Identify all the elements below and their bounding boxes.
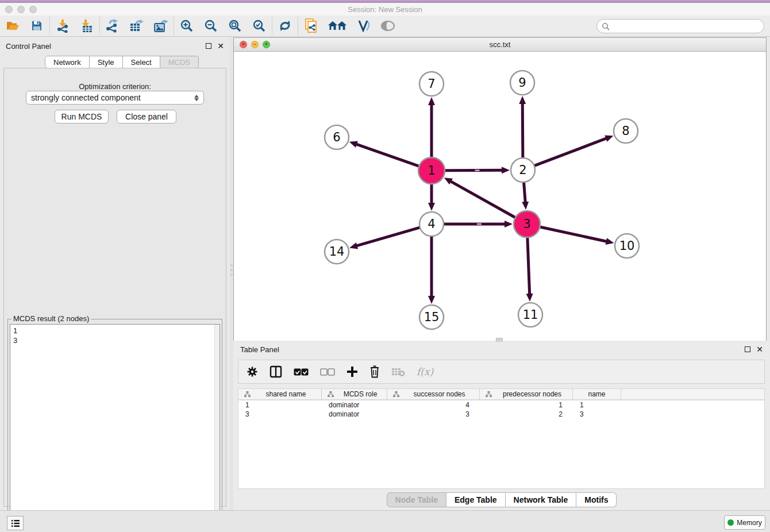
edge-arrowhead (428, 296, 435, 304)
list-icon (11, 519, 20, 527)
tab-select[interactable]: Select (123, 56, 160, 68)
node-table[interactable]: shared nameMCDS rolesuccessor nodesprede… (238, 388, 765, 489)
edge-3-1[interactable] (450, 181, 516, 218)
criterion-dropdown[interactable]: strongly connected component (26, 91, 204, 105)
graph-node-6[interactable]: 6 (325, 125, 349, 149)
edge-1-6[interactable] (356, 144, 419, 167)
graph-node-14[interactable]: 14 (325, 240, 349, 264)
show-graphics-icon[interactable] (380, 18, 396, 34)
table-row[interactable]: 1dominator411 (238, 400, 764, 410)
control-panel-tabs: Network Style Select MCDS (45, 56, 199, 68)
column-header-successor-nodes[interactable]: successor nodes (387, 389, 480, 399)
graph-node-10[interactable]: 10 (615, 234, 639, 258)
graph-node-15[interactable]: 15 (419, 305, 444, 329)
table-header-row: shared nameMCDS rolesuccessor nodesprede… (238, 389, 764, 400)
network-graph[interactable]: 7968124314101511 (234, 52, 766, 341)
column-selector-icon[interactable] (270, 364, 282, 379)
tab-style[interactable]: Style (90, 56, 123, 68)
svg-text:8: 8 (622, 124, 629, 138)
edge-1-2[interactable] (444, 170, 503, 171)
edge-3-10[interactable] (539, 227, 607, 242)
tab-network-table[interactable]: Network Table (506, 492, 577, 507)
tab-mcds[interactable]: MCDS (160, 56, 199, 68)
table-options-icon[interactable] (247, 364, 258, 379)
deselect-all-icon[interactable] (320, 364, 335, 379)
add-column-icon[interactable] (346, 364, 358, 379)
export-image-icon[interactable] (153, 18, 169, 34)
memory-button[interactable]: Memory (724, 515, 765, 530)
table-cell[interactable]: 1 (480, 400, 573, 410)
zoom-out-icon[interactable] (203, 18, 219, 34)
graph-node-7[interactable]: 7 (419, 72, 444, 96)
edge-2-9[interactable] (522, 103, 523, 159)
export-network-icon[interactable] (105, 18, 121, 34)
float-table-panel-icon[interactable] (745, 346, 750, 352)
graph-node-2[interactable]: 2 (511, 158, 535, 182)
search-icon (602, 22, 610, 30)
svg-text:4: 4 (428, 217, 435, 231)
import-table-icon[interactable] (79, 18, 95, 34)
table-panel: Table Panel ✕ (233, 342, 770, 510)
application-window: Session: New Session (0, 0, 770, 532)
network-window-titlebar[interactable]: ✕ − + scc.txt (234, 38, 766, 52)
hide-panel-icon[interactable] (356, 18, 372, 34)
edge-3-11[interactable] (528, 237, 530, 295)
delete-column-icon[interactable] (369, 364, 380, 379)
task-history-button[interactable] (7, 516, 24, 530)
import-network-icon[interactable] (55, 18, 71, 34)
search-input[interactable] (610, 21, 764, 32)
graph-node-11[interactable]: 11 (518, 303, 542, 327)
table-cell[interactable]: dominator (322, 410, 387, 419)
table-cell[interactable]: 3 (573, 410, 621, 419)
graph-node-9[interactable]: 9 (510, 71, 534, 95)
apply-layout-icon[interactable] (277, 18, 293, 34)
divider-grip[interactable] (230, 264, 233, 277)
float-panel-icon[interactable] (206, 43, 211, 49)
column-header-predecessor-nodes[interactable]: predecessor nodes (480, 389, 573, 399)
open-session-icon[interactable] (5, 18, 21, 34)
graph-node-1[interactable]: 1 (418, 157, 445, 184)
svg-text:7: 7 (428, 77, 435, 91)
export-table-icon[interactable] (129, 18, 145, 34)
table-cell[interactable]: 3 (387, 410, 480, 419)
edge-2-3[interactable] (523, 182, 525, 203)
network-canvas[interactable]: 7968124314101511 (234, 52, 766, 341)
tab-edge-table[interactable]: Edge Table (446, 492, 506, 507)
zoom-in-icon[interactable] (179, 18, 195, 34)
save-session-icon[interactable] (29, 18, 45, 34)
close-panel-icon[interactable]: ✕ (217, 43, 224, 49)
clone-network-icon[interactable] (303, 18, 319, 34)
graph-node-3[interactable]: 3 (514, 211, 540, 237)
table-cell[interactable]: 2 (480, 410, 573, 419)
control-panel: Control Panel ✕ Network Style Select MCD… (0, 37, 230, 510)
column-header-name[interactable]: name (573, 389, 621, 399)
graph-node-4[interactable]: 4 (419, 212, 444, 236)
svg-text:2: 2 (519, 163, 526, 177)
tab-node-table[interactable]: Node Table (387, 492, 446, 507)
table-row[interactable]: 3dominator323 (238, 410, 764, 419)
home-icon[interactable] (327, 18, 348, 34)
search-box[interactable] (596, 19, 764, 33)
zoom-selected-icon[interactable] (251, 18, 267, 34)
table-cell[interactable]: 3 (238, 410, 322, 419)
tab-network[interactable]: Network (45, 56, 90, 68)
window-title: Session: New Session (0, 5, 770, 14)
close-table-panel-icon[interactable]: ✕ (756, 346, 763, 352)
zoom-fit-icon[interactable] (227, 18, 243, 34)
table-cell[interactable]: 1 (238, 400, 322, 410)
table-cell[interactable]: 1 (573, 400, 621, 410)
close-panel-button[interactable]: Close panel (117, 110, 176, 124)
edge-2-8[interactable] (534, 138, 607, 165)
svg-text:6: 6 (333, 130, 340, 144)
column-header-MCDS-role[interactable]: MCDS role (322, 389, 387, 399)
run-mcds-button[interactable]: Run MCDS (55, 110, 109, 124)
result-scrollbar[interactable] (214, 325, 220, 531)
edge-4-14[interactable] (356, 228, 421, 246)
table-cell[interactable]: 4 (387, 400, 480, 410)
tab-motifs[interactable]: Motifs (576, 492, 617, 507)
select-all-icon[interactable] (294, 364, 309, 379)
criterion-value: strongly connected component (31, 93, 141, 102)
column-header-shared-name[interactable]: shared name (238, 389, 322, 399)
graph-node-8[interactable]: 8 (614, 119, 638, 143)
table-cell[interactable]: dominator (322, 400, 387, 410)
